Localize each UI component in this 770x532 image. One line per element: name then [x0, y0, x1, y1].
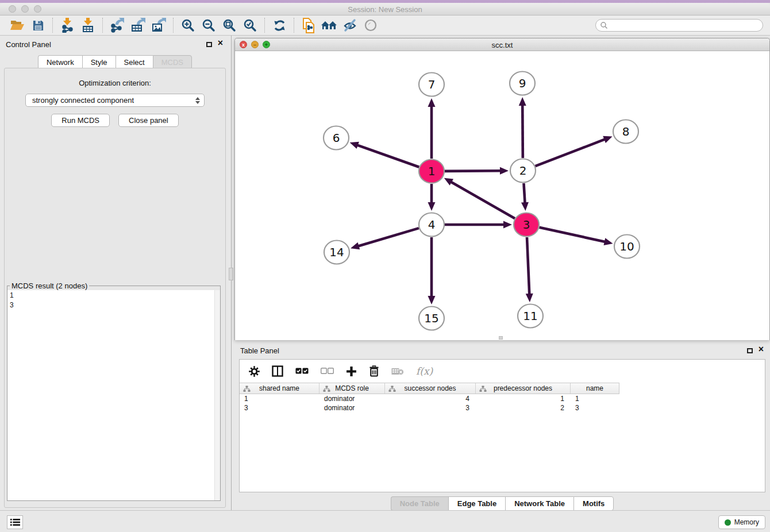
- zoom-in-icon: [181, 18, 195, 32]
- node-10[interactable]: 10: [614, 235, 640, 259]
- edge-2-9[interactable]: [519, 97, 526, 158]
- network-window-title: scc.txt: [235, 38, 769, 49]
- create-column-button[interactable]: [346, 366, 357, 377]
- export-image-button[interactable]: [148, 17, 169, 34]
- table-settings-button[interactable]: [249, 366, 260, 377]
- node-11[interactable]: 11: [518, 304, 543, 328]
- open-session-button[interactable]: [7, 17, 28, 34]
- node-15[interactable]: 15: [419, 307, 444, 330]
- node-7[interactable]: 7: [419, 73, 444, 97]
- cell-successor-nodes[interactable]: 4: [385, 394, 476, 403]
- show-hidden-button[interactable]: [360, 17, 381, 34]
- task-history-button[interactable]: [7, 515, 23, 529]
- cell-name[interactable]: 3: [571, 403, 619, 413]
- node-1[interactable]: 1: [419, 160, 444, 183]
- import-network-button[interactable]: [57, 17, 78, 34]
- main-titlebar[interactable]: Session: New Session: [0, 3, 770, 16]
- node-label: 15: [424, 311, 438, 325]
- show-column-panel-button[interactable]: [272, 365, 283, 377]
- save-session-button[interactable]: [28, 17, 48, 34]
- control-panel-close-button[interactable]: ×: [218, 38, 223, 48]
- column-header-successor-nodes[interactable]: successor nodes: [385, 383, 476, 394]
- zoom-selected-button[interactable]: [240, 17, 260, 34]
- hide-selected-button[interactable]: [340, 17, 360, 34]
- node-2[interactable]: 2: [510, 159, 536, 183]
- export-table-button[interactable]: [128, 17, 148, 34]
- node-8[interactable]: 8: [613, 120, 638, 144]
- edge-3-10[interactable]: [539, 228, 613, 245]
- network-window-titlebar[interactable]: x – + scc.txt: [235, 38, 769, 51]
- delete-column-button[interactable]: [369, 365, 379, 377]
- edge-3-11[interactable]: [526, 237, 533, 302]
- table-panel-close-button[interactable]: ×: [759, 344, 764, 354]
- table-panel: Table Panel × f(x) shared nameMCDS roles…: [234, 342, 770, 510]
- column-header-shared-name[interactable]: shared name: [240, 383, 319, 394]
- edge-2-8[interactable]: [536, 136, 613, 166]
- cell-MCDS-role[interactable]: dominator: [319, 394, 385, 403]
- optimization-criterion-select[interactable]: strongly connected component: [25, 94, 205, 107]
- zoom-fit-button[interactable]: [219, 17, 240, 34]
- delete-table-button[interactable]: [391, 367, 404, 376]
- cell-predecessor-nodes[interactable]: 1: [476, 394, 571, 403]
- network-graph[interactable]: 7968124314101511: [235, 51, 769, 340]
- table-header-row: shared nameMCDS rolesuccessor nodesprede…: [240, 383, 619, 394]
- export-network-button[interactable]: [107, 17, 128, 34]
- close-panel-button[interactable]: Close panel: [118, 114, 179, 127]
- table-row[interactable]: 3dominator323: [240, 403, 619, 413]
- duplicate-network-button[interactable]: [298, 17, 319, 34]
- node-4[interactable]: 4: [419, 213, 444, 237]
- unchecked-boxes-icon: [321, 368, 334, 375]
- column-header-predecessor-nodes[interactable]: predecessor nodes: [476, 383, 571, 394]
- edge-4-3[interactable]: [445, 221, 512, 229]
- network-window-close-button[interactable]: x: [240, 41, 247, 48]
- network-window-minimize-button[interactable]: –: [251, 41, 259, 48]
- zoom-in-button[interactable]: [178, 17, 198, 34]
- node-9[interactable]: 9: [510, 72, 535, 95]
- application-window: Session: New Session Control Panel: [0, 0, 770, 532]
- gear-icon: [249, 366, 260, 377]
- import-table-button[interactable]: [78, 17, 98, 34]
- edge-1-6[interactable]: [350, 142, 419, 167]
- edge-4-15[interactable]: [428, 237, 436, 304]
- control-panel-float-button[interactable]: [206, 42, 212, 47]
- cell-shared-name[interactable]: 1: [240, 394, 319, 403]
- network-window-zoom-button[interactable]: +: [263, 41, 270, 48]
- home-button[interactable]: [319, 17, 340, 34]
- search-field[interactable]: [595, 19, 763, 32]
- unselect-all-columns-button[interactable]: [321, 368, 334, 375]
- column-header-MCDS-role[interactable]: MCDS role: [319, 383, 385, 394]
- edge-1-4[interactable]: [428, 184, 436, 211]
- edge-3-1[interactable]: [444, 178, 515, 218]
- memory-button[interactable]: Memory: [718, 515, 765, 529]
- table-row[interactable]: 1dominator411: [240, 394, 619, 403]
- edge-2-3[interactable]: [521, 183, 529, 211]
- cell-MCDS-role[interactable]: dominator: [319, 403, 385, 413]
- table-tab-node-table[interactable]: Node Table: [391, 496, 448, 511]
- table-panel-float-button[interactable]: [747, 348, 753, 353]
- search-input[interactable]: [608, 21, 763, 29]
- cell-predecessor-nodes[interactable]: 2: [476, 403, 571, 413]
- refresh-layout-button[interactable]: [269, 17, 290, 34]
- select-all-columns-button[interactable]: [295, 368, 309, 375]
- edge-4-14[interactable]: [351, 228, 419, 249]
- cell-shared-name[interactable]: 3: [240, 403, 319, 413]
- node-3[interactable]: 3: [514, 213, 539, 237]
- horizontal-splitter-handle[interactable]: [499, 336, 503, 340]
- table-tab-motifs[interactable]: Motifs: [573, 496, 614, 511]
- zoom-out-button[interactable]: [198, 17, 219, 34]
- column-header-name[interactable]: name: [571, 383, 619, 394]
- edge-1-7[interactable]: [428, 98, 436, 159]
- function-builder-button[interactable]: f(x): [416, 365, 433, 377]
- hierarchy-icon: [388, 385, 396, 392]
- result-scrollbar[interactable]: [214, 290, 220, 500]
- mcds-result-text[interactable]: 1 3: [7, 290, 214, 500]
- table-tab-network-table[interactable]: Network Table: [505, 496, 573, 511]
- node-6[interactable]: 6: [324, 126, 349, 150]
- table-tab-edge-table[interactable]: Edge Table: [448, 496, 505, 511]
- cell-successor-nodes[interactable]: 3: [385, 403, 476, 413]
- node-14[interactable]: 14: [324, 241, 349, 264]
- cell-name[interactable]: 1: [571, 394, 619, 403]
- edge-1-2[interactable]: [445, 167, 509, 175]
- network-canvas[interactable]: 7968124314101511: [235, 51, 769, 340]
- run-mcds-button[interactable]: Run MCDS: [51, 114, 110, 127]
